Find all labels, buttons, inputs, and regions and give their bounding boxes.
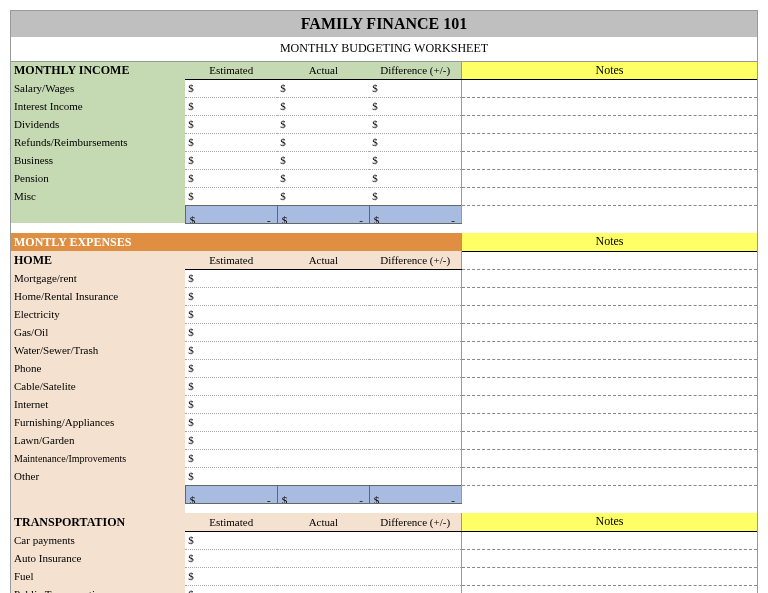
cell-notes[interactable] [461, 431, 757, 449]
cell-difference[interactable] [369, 467, 461, 485]
cell-difference[interactable]: $ [369, 151, 461, 169]
cell-estimated[interactable]: $ [185, 449, 277, 467]
cell-actual[interactable]: $ [277, 79, 369, 97]
row-label: Car payments [11, 531, 185, 549]
cell-notes[interactable] [461, 187, 757, 205]
total-difference: $- [369, 205, 461, 223]
cell-estimated[interactable]: $ [185, 377, 277, 395]
cell-actual[interactable] [277, 269, 369, 287]
cell-actual[interactable] [277, 531, 369, 549]
table-row: Dividends $ $ $ [11, 115, 757, 133]
cell-notes[interactable] [461, 169, 757, 187]
cell-estimated[interactable]: $ [185, 151, 277, 169]
cell-notes[interactable] [461, 305, 757, 323]
cell-difference[interactable] [369, 413, 461, 431]
cell-actual[interactable] [277, 585, 369, 593]
cell-difference[interactable] [369, 449, 461, 467]
spacer-row [11, 503, 757, 513]
cell-estimated[interactable]: $ [185, 115, 277, 133]
cell-difference[interactable] [369, 287, 461, 305]
cell-difference[interactable]: $ [369, 115, 461, 133]
cell-difference[interactable] [369, 359, 461, 377]
cell-notes[interactable] [461, 269, 757, 287]
cell-estimated[interactable]: $ [185, 97, 277, 115]
cell-actual[interactable] [277, 395, 369, 413]
cell-estimated[interactable]: $ [185, 187, 277, 205]
cell-notes[interactable] [461, 115, 757, 133]
row-label: Misc [11, 187, 185, 205]
cell-estimated[interactable]: $ [185, 567, 277, 585]
cell-notes[interactable] [461, 341, 757, 359]
cell-difference[interactable] [369, 567, 461, 585]
cell-actual[interactable] [277, 305, 369, 323]
cell-notes[interactable] [461, 377, 757, 395]
cell-actual[interactable] [277, 549, 369, 567]
cell-notes[interactable] [461, 359, 757, 377]
cell-difference[interactable]: $ [369, 169, 461, 187]
cell-difference[interactable]: $ [369, 97, 461, 115]
cell-difference[interactable] [369, 585, 461, 593]
cell-actual[interactable]: $ [277, 187, 369, 205]
cell-actual[interactable] [277, 377, 369, 395]
cell-estimated[interactable]: $ [185, 79, 277, 97]
cell-notes[interactable] [461, 531, 757, 549]
cell-difference[interactable] [369, 323, 461, 341]
cell-estimated[interactable]: $ [185, 133, 277, 151]
cell-actual[interactable]: $ [277, 97, 369, 115]
cell-actual[interactable] [277, 341, 369, 359]
cell-actual[interactable]: $ [277, 115, 369, 133]
cell-difference[interactable] [369, 269, 461, 287]
cell-estimated[interactable]: $ [185, 467, 277, 485]
cell-difference[interactable] [369, 431, 461, 449]
cell-actual[interactable]: $ [277, 151, 369, 169]
cell-difference[interactable] [369, 305, 461, 323]
cell-estimated[interactable]: $ [185, 549, 277, 567]
transport-title: TRANSPORTATION [11, 513, 185, 531]
cell-actual[interactable] [277, 567, 369, 585]
cell-notes[interactable] [461, 323, 757, 341]
cell-difference[interactable]: $ [369, 187, 461, 205]
cell-notes[interactable] [461, 585, 757, 593]
cell-notes[interactable] [461, 287, 757, 305]
cell-estimated[interactable]: $ [185, 287, 277, 305]
cell-estimated[interactable]: $ [185, 413, 277, 431]
cell-difference[interactable] [369, 341, 461, 359]
cell-estimated[interactable]: $ [185, 169, 277, 187]
cell-actual[interactable] [277, 449, 369, 467]
cell-estimated[interactable]: $ [185, 585, 277, 593]
cell-estimated[interactable]: $ [185, 359, 277, 377]
cell-actual[interactable] [277, 323, 369, 341]
cell-estimated[interactable]: $ [185, 531, 277, 549]
cell-estimated[interactable]: $ [185, 305, 277, 323]
cell-estimated[interactable]: $ [185, 341, 277, 359]
cell-notes[interactable] [461, 133, 757, 151]
cell-notes[interactable] [461, 395, 757, 413]
cell-notes[interactable] [461, 549, 757, 567]
home-header-row: HOME Estimated Actual Difference (+/-) [11, 251, 757, 269]
cell-actual[interactable] [277, 359, 369, 377]
cell-difference[interactable]: $ [369, 79, 461, 97]
cell-difference[interactable] [369, 531, 461, 549]
cell-actual[interactable]: $ [277, 169, 369, 187]
cell-notes[interactable] [461, 467, 757, 485]
cell-notes[interactable] [461, 449, 757, 467]
cell-notes[interactable] [461, 151, 757, 169]
cell-difference[interactable]: $ [369, 133, 461, 151]
cell-notes[interactable] [461, 413, 757, 431]
cell-actual[interactable]: $ [277, 133, 369, 151]
cell-actual[interactable] [277, 287, 369, 305]
cell-estimated[interactable]: $ [185, 269, 277, 287]
cell-notes[interactable] [461, 79, 757, 97]
cell-estimated[interactable]: $ [185, 431, 277, 449]
cell-difference[interactable] [369, 395, 461, 413]
cell-estimated[interactable]: $ [185, 395, 277, 413]
cell-actual[interactable] [277, 467, 369, 485]
cell-actual[interactable] [277, 431, 369, 449]
cell-notes[interactable] [461, 251, 757, 269]
cell-difference[interactable] [369, 549, 461, 567]
cell-actual[interactable] [277, 413, 369, 431]
cell-notes[interactable] [461, 97, 757, 115]
cell-notes[interactable] [461, 567, 757, 585]
cell-estimated[interactable]: $ [185, 323, 277, 341]
cell-difference[interactable] [369, 377, 461, 395]
